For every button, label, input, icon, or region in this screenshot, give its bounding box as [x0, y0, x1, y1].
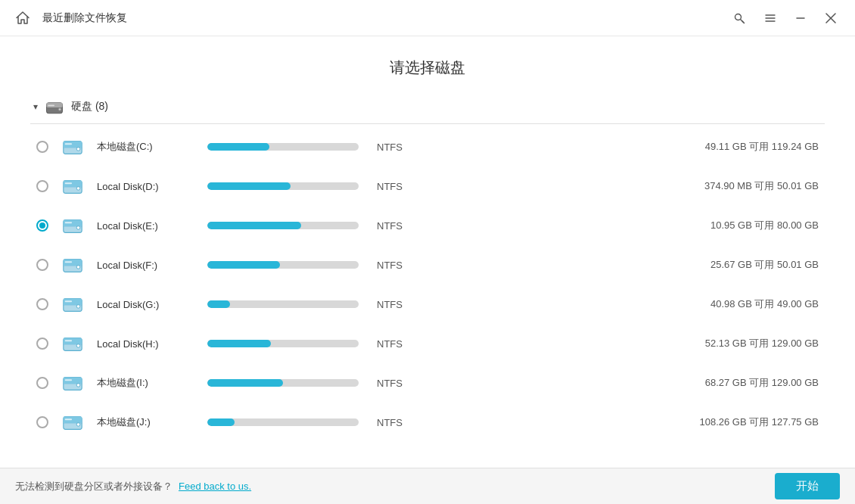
svg-rect-35	[64, 305, 82, 306]
progress-bar-container	[207, 182, 359, 190]
svg-rect-15	[64, 148, 82, 148]
disk-icon	[61, 135, 85, 159]
key-button[interactable]	[728, 6, 752, 30]
radio-button[interactable]	[36, 219, 48, 232]
radio-button[interactable]	[36, 298, 48, 310]
disk-size-info: 25.67 GB 可用 50.01 GB	[421, 258, 819, 272]
radio-button[interactable]	[36, 180, 48, 192]
svg-rect-24	[65, 222, 72, 223]
progress-bar-fill	[207, 300, 230, 308]
page-title: 请选择磁盘	[0, 36, 855, 90]
disk-list-area: ▾ 硬盘 (8) 本地磁盘(C:)NTFS49.11 GB 可用 119.24 …	[0, 90, 855, 468]
radio-button[interactable]	[36, 141, 48, 153]
svg-rect-20	[64, 187, 82, 188]
app-title: 最近删除文件恢复	[42, 11, 127, 25]
progress-bar-fill	[207, 418, 235, 426]
section-label: 硬盘 (8)	[71, 100, 108, 114]
filesystem-type: NTFS	[371, 260, 409, 271]
radio-button[interactable]	[36, 338, 48, 350]
disk-size-info: 10.95 GB 可用 80.00 GB	[421, 219, 819, 232]
svg-rect-45	[64, 384, 82, 384]
disk-row[interactable]: Local Disk(D:)NTFS374.90 MB 可用 50.01 GB	[30, 166, 825, 206]
progress-bar-container	[207, 300, 359, 308]
radio-button[interactable]	[36, 259, 48, 271]
radio-button[interactable]	[36, 377, 48, 389]
home-button[interactable]	[12, 8, 33, 29]
svg-rect-40	[64, 344, 82, 345]
svg-point-9	[58, 108, 61, 111]
disk-row[interactable]: Local Disk(H:)NTFS52.13 GB 可用 129.00 GB	[30, 324, 825, 363]
title-bar-left: 最近删除文件恢复	[12, 8, 728, 29]
disk-row[interactable]: Local Disk(G:)NTFS40.98 GB 可用 49.00 GB	[30, 285, 825, 324]
close-button[interactable]	[819, 6, 843, 30]
svg-rect-14	[65, 143, 72, 145]
feedback-link[interactable]: Feed back to us.	[179, 481, 251, 492]
filesystem-type: NTFS	[371, 142, 409, 153]
filesystem-type: NTFS	[371, 378, 409, 389]
progress-bar-container	[207, 143, 359, 151]
disk-name: Local Disk(F:)	[97, 260, 195, 271]
disk-icon	[61, 292, 85, 316]
svg-rect-39	[65, 340, 72, 341]
menu-button[interactable]	[758, 6, 782, 30]
filesystem-type: NTFS	[371, 220, 409, 232]
status-bar: 无法检测到硬盘分区或者外接设备？ Feed back to us. 开始	[0, 468, 855, 504]
disk-name: Local Disk(H:)	[97, 338, 195, 350]
disk-name: Local Disk(D:)	[97, 181, 195, 192]
progress-bar-fill	[207, 222, 301, 229]
progress-bar-container	[207, 222, 359, 229]
hdd-section-icon	[44, 96, 65, 117]
svg-rect-44	[65, 379, 72, 381]
disk-size-info: 374.90 MB 可用 50.01 GB	[421, 179, 819, 193]
progress-bar-fill	[207, 143, 269, 151]
disk-name: 本地磁盘(C:)	[97, 140, 195, 154]
disk-size-info: 52.13 GB 可用 129.00 GB	[421, 337, 819, 350]
filesystem-type: NTFS	[371, 417, 409, 428]
progress-bar-fill	[207, 379, 283, 387]
disk-icon	[61, 371, 85, 395]
progress-bar-container	[207, 379, 359, 387]
progress-bar-container	[207, 418, 359, 426]
disk-rows-container: 本地磁盘(C:)NTFS49.11 GB 可用 119.24 GB Local …	[30, 127, 825, 442]
svg-rect-29	[65, 261, 72, 263]
section-header: ▾ 硬盘 (8)	[30, 90, 825, 124]
disk-row[interactable]: 本地磁盘(J:)NTFS108.26 GB 可用 127.75 GB	[30, 403, 825, 442]
progress-bar-fill	[207, 182, 291, 190]
disk-row[interactable]: 本地磁盘(C:)NTFS49.11 GB 可用 119.24 GB	[30, 127, 825, 166]
start-button[interactable]: 开始	[775, 473, 840, 499]
disk-name: Local Disk(E:)	[97, 220, 195, 232]
svg-rect-19	[65, 182, 72, 184]
minimize-button[interactable]	[788, 6, 813, 30]
svg-rect-10	[48, 104, 54, 106]
svg-rect-25	[64, 226, 82, 227]
title-bar: 最近删除文件恢复	[0, 0, 855, 36]
disk-size-info: 49.11 GB 可用 119.24 GB	[421, 140, 819, 154]
chevron-down-icon[interactable]: ▾	[33, 101, 38, 112]
disk-icon	[61, 174, 85, 198]
disk-size-info: 68.27 GB 可用 129.00 GB	[421, 376, 819, 390]
svg-rect-49	[65, 418, 72, 420]
svg-rect-50	[64, 423, 82, 424]
disk-row[interactable]: Local Disk(E:)NTFS10.95 GB 可用 80.00 GB	[30, 206, 825, 245]
disk-name: 本地磁盘(I:)	[97, 376, 195, 390]
disk-name: Local Disk(G:)	[97, 299, 195, 310]
disk-size-info: 40.98 GB 可用 49.00 GB	[421, 297, 819, 311]
disk-icon	[61, 410, 85, 434]
main-content: 请选择磁盘 ▾ 硬盘 (8) 本地磁盘(C:)NTFS49.11 GB 可用 1…	[0, 36, 855, 468]
disk-row[interactable]: Local Disk(F:)NTFS25.67 GB 可用 50.01 GB	[30, 245, 825, 285]
disk-row[interactable]: 本地磁盘(I:)NTFS68.27 GB 可用 129.00 GB	[30, 363, 825, 403]
disk-icon	[61, 213, 85, 238]
disk-size-info: 108.26 GB 可用 127.75 GB	[421, 415, 819, 429]
progress-bar-fill	[207, 261, 280, 269]
disk-icon	[61, 253, 85, 277]
filesystem-type: NTFS	[371, 181, 409, 192]
filesystem-type: NTFS	[371, 299, 409, 310]
disk-name: 本地磁盘(J:)	[97, 415, 195, 429]
svg-rect-30	[64, 266, 82, 266]
filesystem-type: NTFS	[371, 338, 409, 350]
progress-bar-container	[207, 340, 359, 347]
disk-icon	[61, 331, 85, 356]
svg-rect-34	[65, 300, 72, 302]
radio-button[interactable]	[36, 416, 48, 428]
progress-bar-fill	[207, 340, 271, 347]
